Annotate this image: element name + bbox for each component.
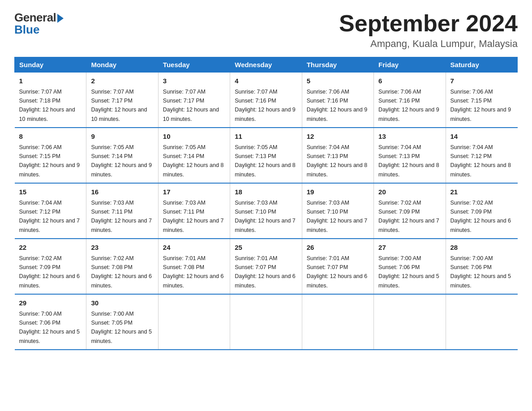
day-cell: 23Sunrise: 7:02 AMSunset: 7:08 PMDayligh… [86, 239, 158, 294]
day-number: 1 [19, 76, 82, 86]
day-info: Sunrise: 7:01 AMSunset: 7:07 PMDaylight:… [307, 255, 368, 289]
day-info: Sunrise: 7:03 AMSunset: 7:10 PMDaylight:… [307, 200, 368, 233]
day-cell: 25Sunrise: 7:01 AMSunset: 7:07 PMDayligh… [230, 239, 302, 294]
day-cell: 26Sunrise: 7:01 AMSunset: 7:07 PMDayligh… [302, 239, 373, 294]
calendar-header: SundayMondayTuesdayWednesdayThursdayFrid… [15, 57, 518, 73]
day-info: Sunrise: 7:06 AMSunset: 7:15 PMDaylight:… [450, 89, 511, 122]
day-cell: 7Sunrise: 7:06 AMSunset: 7:15 PMDaylight… [446, 73, 517, 128]
logo-blue-text: Blue [14, 23, 39, 37]
day-info: Sunrise: 7:03 AMSunset: 7:11 PMDaylight:… [163, 200, 224, 233]
day-cell: 1Sunrise: 7:07 AMSunset: 7:18 PMDaylight… [15, 73, 86, 128]
day-info: Sunrise: 7:00 AMSunset: 7:06 PMDaylight:… [450, 255, 511, 289]
day-number: 28 [450, 243, 513, 253]
week-row-5: 29Sunrise: 7:00 AMSunset: 7:06 PMDayligh… [15, 294, 518, 350]
day-cell [230, 294, 302, 350]
day-number: 5 [307, 76, 369, 86]
calendar-body: 1Sunrise: 7:07 AMSunset: 7:18 PMDaylight… [15, 73, 518, 350]
day-info: Sunrise: 7:00 AMSunset: 7:05 PMDaylight:… [91, 311, 152, 344]
day-cell: 18Sunrise: 7:03 AMSunset: 7:10 PMDayligh… [230, 183, 302, 239]
day-cell: 9Sunrise: 7:05 AMSunset: 7:14 PMDaylight… [86, 128, 158, 183]
day-info: Sunrise: 7:03 AMSunset: 7:10 PMDaylight:… [235, 200, 296, 233]
day-info: Sunrise: 7:06 AMSunset: 7:16 PMDaylight:… [378, 89, 439, 122]
day-number: 21 [450, 187, 513, 197]
day-cell: 16Sunrise: 7:03 AMSunset: 7:11 PMDayligh… [86, 183, 158, 239]
day-number: 9 [91, 132, 153, 142]
day-cell: 12Sunrise: 7:04 AMSunset: 7:13 PMDayligh… [302, 128, 373, 183]
week-row-3: 15Sunrise: 7:04 AMSunset: 7:12 PMDayligh… [15, 183, 518, 239]
day-info: Sunrise: 7:06 AMSunset: 7:16 PMDaylight:… [307, 89, 368, 122]
day-cell: 17Sunrise: 7:03 AMSunset: 7:11 PMDayligh… [158, 183, 230, 239]
day-header-saturday: Saturday [446, 57, 517, 73]
logo: General Blue [14, 11, 64, 37]
day-cell [158, 294, 230, 350]
day-number: 7 [450, 76, 513, 86]
day-cell: 3Sunrise: 7:07 AMSunset: 7:17 PMDaylight… [158, 73, 230, 128]
day-info: Sunrise: 7:02 AMSunset: 7:09 PMDaylight:… [450, 200, 511, 233]
day-cell [446, 294, 517, 350]
day-info: Sunrise: 7:04 AMSunset: 7:12 PMDaylight:… [450, 144, 511, 178]
day-header-monday: Monday [86, 57, 158, 73]
title-block: September 2024 Ampang, Kuala Lumpur, Mal… [339, 11, 518, 50]
day-number: 20 [378, 187, 441, 197]
day-info: Sunrise: 7:04 AMSunset: 7:13 PMDaylight:… [307, 144, 368, 178]
day-number: 22 [19, 243, 82, 253]
day-cell: 8Sunrise: 7:06 AMSunset: 7:15 PMDaylight… [15, 128, 86, 183]
day-info: Sunrise: 7:05 AMSunset: 7:14 PMDaylight:… [163, 144, 224, 178]
day-cell: 13Sunrise: 7:04 AMSunset: 7:13 PMDayligh… [374, 128, 446, 183]
week-row-4: 22Sunrise: 7:02 AMSunset: 7:09 PMDayligh… [15, 239, 518, 294]
day-cell: 5Sunrise: 7:06 AMSunset: 7:16 PMDaylight… [302, 73, 373, 128]
day-cell: 2Sunrise: 7:07 AMSunset: 7:17 PMDaylight… [86, 73, 158, 128]
day-cell: 19Sunrise: 7:03 AMSunset: 7:10 PMDayligh… [302, 183, 373, 239]
day-info: Sunrise: 7:04 AMSunset: 7:12 PMDaylight:… [19, 200, 80, 233]
day-number: 25 [235, 243, 297, 253]
day-number: 16 [91, 187, 153, 197]
logo-arrow-icon [57, 14, 64, 23]
day-number: 6 [378, 76, 441, 86]
page-header: General Blue September 2024 Ampang, Kual… [14, 11, 518, 50]
day-cell: 30Sunrise: 7:00 AMSunset: 7:05 PMDayligh… [86, 294, 158, 350]
day-info: Sunrise: 7:02 AMSunset: 7:09 PMDaylight:… [378, 200, 439, 233]
day-cell: 27Sunrise: 7:00 AMSunset: 7:06 PMDayligh… [374, 239, 446, 294]
day-cell: 14Sunrise: 7:04 AMSunset: 7:12 PMDayligh… [446, 128, 517, 183]
day-cell: 21Sunrise: 7:02 AMSunset: 7:09 PMDayligh… [446, 183, 517, 239]
day-info: Sunrise: 7:05 AMSunset: 7:14 PMDaylight:… [91, 144, 152, 178]
day-cell: 4Sunrise: 7:07 AMSunset: 7:16 PMDaylight… [230, 73, 302, 128]
day-number: 11 [235, 132, 297, 142]
day-header-wednesday: Wednesday [230, 57, 302, 73]
day-number: 8 [19, 132, 82, 142]
day-number: 12 [307, 132, 369, 142]
day-cell: 15Sunrise: 7:04 AMSunset: 7:12 PMDayligh… [15, 183, 86, 239]
day-cell: 28Sunrise: 7:00 AMSunset: 7:06 PMDayligh… [446, 239, 517, 294]
day-info: Sunrise: 7:05 AMSunset: 7:13 PMDaylight:… [235, 144, 296, 178]
day-cell: 20Sunrise: 7:02 AMSunset: 7:09 PMDayligh… [374, 183, 446, 239]
day-number: 4 [235, 76, 297, 86]
day-header-friday: Friday [374, 57, 446, 73]
day-cell [374, 294, 446, 350]
day-number: 29 [19, 298, 82, 308]
day-number: 17 [163, 187, 225, 197]
day-header-sunday: Sunday [15, 57, 86, 73]
location-title: Ampang, Kuala Lumpur, Malaysia [339, 38, 518, 50]
day-info: Sunrise: 7:03 AMSunset: 7:11 PMDaylight:… [91, 200, 152, 233]
day-number: 15 [19, 187, 82, 197]
day-cell: 29Sunrise: 7:00 AMSunset: 7:06 PMDayligh… [15, 294, 86, 350]
day-header-tuesday: Tuesday [158, 57, 230, 73]
day-info: Sunrise: 7:07 AMSunset: 7:17 PMDaylight:… [91, 89, 147, 122]
day-info: Sunrise: 7:02 AMSunset: 7:08 PMDaylight:… [91, 255, 152, 289]
day-info: Sunrise: 7:01 AMSunset: 7:08 PMDaylight:… [163, 255, 224, 289]
day-number: 27 [378, 243, 441, 253]
day-number: 3 [163, 76, 225, 86]
week-row-1: 1Sunrise: 7:07 AMSunset: 7:18 PMDaylight… [15, 73, 518, 128]
day-header-thursday: Thursday [302, 57, 373, 73]
day-info: Sunrise: 7:01 AMSunset: 7:07 PMDaylight:… [235, 255, 296, 289]
day-number: 13 [378, 132, 441, 142]
day-cell: 10Sunrise: 7:05 AMSunset: 7:14 PMDayligh… [158, 128, 230, 183]
day-cell [302, 294, 373, 350]
day-number: 30 [91, 298, 153, 308]
day-info: Sunrise: 7:04 AMSunset: 7:13 PMDaylight:… [378, 144, 439, 178]
day-number: 10 [163, 132, 225, 142]
day-info: Sunrise: 7:07 AMSunset: 7:16 PMDaylight:… [235, 89, 296, 122]
day-info: Sunrise: 7:00 AMSunset: 7:06 PMDaylight:… [19, 311, 80, 344]
day-info: Sunrise: 7:06 AMSunset: 7:15 PMDaylight:… [19, 144, 80, 178]
day-number: 18 [235, 187, 297, 197]
